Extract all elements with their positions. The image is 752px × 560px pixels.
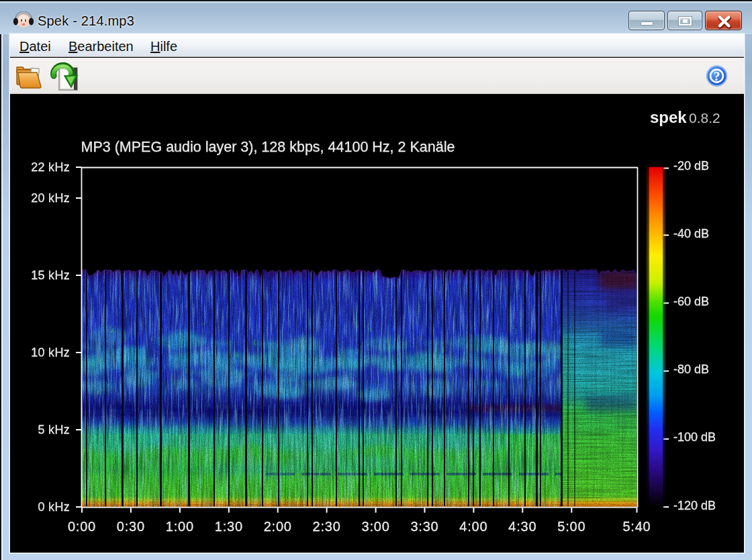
svg-text:MP3 (MPEG audio layer 3), 128: MP3 (MPEG audio layer 3), 128 kbps, 4410… xyxy=(81,139,455,155)
svg-text:4:00: 4:00 xyxy=(459,519,487,534)
svg-text:22 kHz: 22 kHz xyxy=(31,160,70,174)
svg-text:spek: spek xyxy=(650,108,687,126)
svg-text:5:00: 5:00 xyxy=(557,519,585,534)
svg-text:-60 dB: -60 dB xyxy=(673,295,709,308)
svg-text:0.8.2: 0.8.2 xyxy=(689,110,720,126)
svg-text:0:30: 0:30 xyxy=(117,519,145,534)
svg-text:-80 dB: -80 dB xyxy=(673,363,709,376)
svg-text:-40 dB: -40 dB xyxy=(673,227,709,240)
svg-text:10 kHz: 10 kHz xyxy=(31,346,70,359)
svg-text:-100 dB: -100 dB xyxy=(673,430,716,444)
svg-text:0 kHz: 0 kHz xyxy=(38,500,70,514)
svg-text:1:30: 1:30 xyxy=(215,519,243,534)
svg-text:-20 dB: -20 dB xyxy=(673,159,709,173)
svg-text:15 kHz: 15 kHz xyxy=(31,269,70,282)
svg-text:5 kHz: 5 kHz xyxy=(38,423,70,436)
svg-text:5:40: 5:40 xyxy=(622,519,651,534)
svg-text:20 kHz: 20 kHz xyxy=(31,191,70,205)
svg-text:-120 dB: -120 dB xyxy=(673,499,716,512)
svg-text:2:00: 2:00 xyxy=(264,519,292,534)
svg-text:2:30: 2:30 xyxy=(313,519,341,534)
svg-text:3:00: 3:00 xyxy=(362,519,390,534)
svg-text:3:30: 3:30 xyxy=(410,519,438,534)
svg-text:1:00: 1:00 xyxy=(166,519,194,534)
svg-text:4:30: 4:30 xyxy=(508,519,536,534)
svg-text:0:00: 0:00 xyxy=(68,519,96,534)
